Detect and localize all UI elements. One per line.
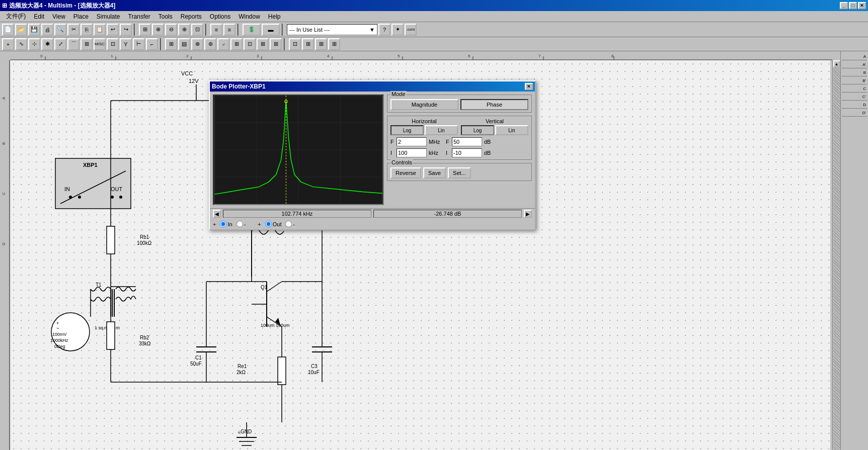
bode-close-button[interactable]: ✕ (525, 83, 533, 90)
maximize-button[interactable]: □ (849, 2, 857, 9)
open-button[interactable]: 📂 (15, 24, 27, 36)
capture-button[interactable]: ⊡ (289, 38, 301, 50)
v-lin-button[interactable]: Lin (495, 125, 528, 135)
antenna-button[interactable]: Y (120, 38, 132, 50)
phase-button[interactable]: Phase (460, 99, 528, 110)
netlist-button[interactable]: ⊗ (191, 38, 203, 50)
in-label: In (227, 221, 232, 227)
capture3-button[interactable]: ⊞ (315, 38, 327, 50)
h-log-button[interactable]: Log (390, 125, 424, 135)
print-button[interactable]: 🖨 (41, 24, 53, 36)
power-button[interactable]: ⌒ (67, 38, 80, 50)
io-button[interactable]: ⊢ (133, 38, 145, 50)
misc3-button[interactable]: ⊡ (107, 38, 119, 50)
grapher2-button[interactable]: ≡ (223, 24, 235, 36)
zoom-area-button[interactable]: ⊕ (178, 24, 190, 36)
netlist2-button[interactable]: ⊛ (204, 38, 216, 50)
star-button[interactable]: ✦ (391, 24, 404, 36)
v-log-button[interactable]: Log (461, 125, 494, 135)
minimize-button[interactable]: _ (840, 2, 848, 9)
cut-button[interactable]: ✂ (67, 24, 80, 36)
io2-button[interactable]: ⌐ (146, 38, 158, 50)
wire-button[interactable]: + (2, 38, 14, 50)
multimeter-button[interactable]: 💲 (243, 24, 261, 36)
probe-button[interactable]: ⌿ (217, 38, 229, 50)
h-lin-button[interactable]: Lin (425, 125, 458, 135)
indicator-button[interactable]: ⊡ (244, 38, 256, 50)
in-radio-button[interactable] (220, 221, 226, 227)
menu-item-view[interactable]: View (48, 12, 69, 21)
menu-item-help[interactable]: Help (264, 12, 285, 21)
vertical-scrollbar[interactable]: ▲ ▼ (832, 60, 840, 450)
capture2-button[interactable]: ⊞ (302, 38, 314, 50)
hierarchical-button[interactable]: ⤢ (54, 38, 66, 50)
spreadsheet-button[interactable]: ▤ (178, 38, 190, 50)
menu-item-transfer[interactable]: Transfer (124, 12, 154, 21)
in-use-list-dropdown[interactable]: --- In Use List --- ▼ (287, 24, 377, 35)
circuit-canvas[interactable]: VCC 12V XBP1 IN OUT R1 10Ω (10, 60, 830, 450)
symbol-button[interactable]: ⊞ (257, 38, 269, 50)
scroll-track[interactable] (833, 67, 840, 450)
reverse-button[interactable]: Reverse (390, 167, 421, 178)
svg-text:C1: C1 (195, 355, 202, 361)
source2-button[interactable]: ⊞ (270, 38, 282, 50)
undo-button[interactable]: ↩ (107, 24, 119, 36)
h-i-input[interactable] (397, 148, 427, 157)
magnitude-button[interactable]: Magnitude (390, 99, 458, 110)
svg-text:50uF: 50uF (190, 361, 202, 367)
bus-button[interactable]: ∿ (15, 38, 27, 50)
h-f-input[interactable] (397, 137, 427, 146)
controls-group: Controls Reverse Save Set... (387, 163, 532, 181)
v-f-input[interactable] (452, 137, 482, 146)
print-preview-button[interactable]: 🔍 (54, 24, 66, 36)
junction-button[interactable]: ⊹ (28, 38, 40, 50)
menu-item-tools[interactable]: Tools (154, 12, 177, 21)
set-button[interactable]: Set... (448, 167, 471, 178)
menu-item-window[interactable]: Window (234, 12, 264, 21)
menu-item-simulate[interactable]: Simulate (93, 12, 124, 21)
save-button[interactable]: 💾 (28, 24, 40, 36)
misc2-button[interactable]: MISC (94, 38, 106, 50)
com-button[interactable]: .com (405, 24, 417, 36)
svg-text:T1: T1 (96, 282, 102, 288)
zoom-in-button[interactable]: ⊕ (152, 24, 164, 36)
capture4-button[interactable]: ⊞ (328, 38, 340, 50)
save-plot-button[interactable]: Save (423, 167, 446, 178)
menu-item-edit[interactable]: Edit (30, 12, 48, 21)
menu-item-place[interactable]: Place (69, 12, 93, 21)
svg-text:2: 2 (186, 54, 189, 58)
v-i-input[interactable] (452, 148, 482, 157)
menu-item-reports[interactable]: Reports (177, 12, 206, 21)
schematic-button[interactable]: ⊞ (139, 24, 151, 36)
bode-prev-button[interactable]: ◀ (213, 210, 221, 218)
mode-group: Mode Magnitude Phase (387, 95, 532, 113)
copy-button[interactable]: ⎘ (81, 24, 93, 36)
menu-item-options[interactable]: Options (206, 12, 234, 21)
new-button[interactable]: 📄 (2, 24, 14, 36)
scroll-up-button[interactable]: ▲ (833, 60, 840, 67)
redo-button[interactable]: ↪ (120, 24, 132, 36)
in-minus-radio[interactable] (236, 221, 243, 227)
out-minus-radio[interactable] (285, 221, 292, 227)
canvas-area[interactable]: 0 1 2 3 4 5 6 7 8 (0, 51, 840, 450)
bode-next-button[interactable]: ▶ (524, 210, 532, 218)
osc-button[interactable]: ▬ (262, 24, 280, 36)
close-button[interactable]: ✕ (858, 2, 866, 9)
zoom-full-button[interactable]: ⊡ (191, 24, 203, 36)
zoom-out-button[interactable]: ⊖ (165, 24, 177, 36)
bode-plot-area (213, 95, 384, 205)
measure-button[interactable]: ⊞ (230, 38, 243, 50)
ruler-top: 0 1 2 3 4 5 6 7 8 (10, 51, 832, 60)
help-button[interactable]: ? (378, 24, 390, 36)
out-radio-button[interactable] (265, 221, 272, 227)
paste-button[interactable]: 📋 (94, 24, 106, 36)
misc1-button[interactable]: ⊞ (81, 38, 93, 50)
svg-text:4: 4 (327, 54, 330, 58)
menu-item-file[interactable]: 文件(F) (2, 11, 30, 22)
grapher-button[interactable]: ≡ (210, 24, 222, 36)
h-f-row: F MHz F dB (390, 137, 528, 146)
bode-titlebar[interactable]: Bode Plotter-XBP1 ✕ (210, 81, 535, 92)
component-button[interactable]: ⊞ (165, 38, 177, 50)
netname-button[interactable]: ✱ (41, 38, 53, 50)
horizontal-label: Horizontal (390, 118, 458, 124)
